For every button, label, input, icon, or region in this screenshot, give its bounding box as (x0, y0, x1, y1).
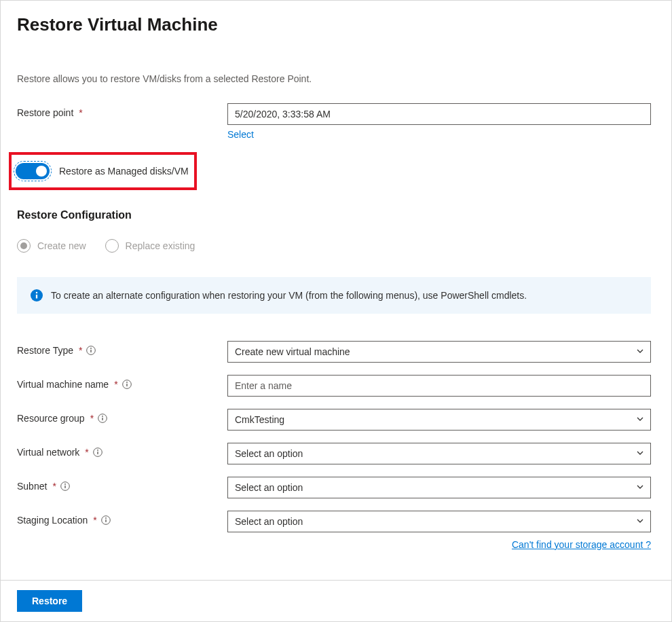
resource-group-label: Resource group (17, 413, 85, 424)
info-tooltip-icon[interactable] (60, 481, 70, 491)
svg-rect-16 (64, 486, 65, 488)
restore-point-row: Restore point* Select (17, 103, 651, 140)
page-title: Restore Virtual Machine (17, 14, 651, 35)
radio-create-new[interactable]: Create new (17, 239, 86, 253)
select-restore-point-link[interactable]: Select (227, 129, 254, 140)
page-footer: Restore (1, 580, 671, 621)
virtual-network-label: Virtual network (17, 447, 79, 458)
restore-config-radio-group: Create new Replace existing (17, 239, 651, 253)
svg-point-5 (91, 348, 92, 349)
restore-type-row: Restore Type* Create new virtual machine (17, 341, 651, 363)
virtual-network-value: Select an option (235, 448, 303, 459)
toggle-thumb (36, 166, 47, 177)
svg-rect-1 (36, 295, 37, 299)
info-tooltip-icon[interactable] (86, 346, 96, 355)
managed-disks-highlight-box: Restore as Managed disks/VM (9, 152, 197, 190)
radio-replace-existing-label: Replace existing (126, 240, 195, 251)
vm-name-input[interactable] (227, 375, 651, 397)
required-indicator: * (52, 481, 56, 492)
radio-replace-existing[interactable]: Replace existing (105, 239, 195, 253)
staging-location-label: Staging Location (17, 515, 88, 526)
subnet-value: Select an option (235, 482, 303, 493)
svg-rect-13 (97, 452, 98, 454)
staging-location-select[interactable]: Select an option (227, 511, 651, 532)
resource-group-select[interactable]: CmkTesting (227, 409, 651, 431)
cant-find-storage-link[interactable]: Can't find your storage account ? (512, 539, 651, 550)
restore-type-value: Create new virtual machine (235, 346, 350, 357)
virtual-network-select[interactable]: Select an option (227, 443, 651, 464)
subnet-row: Subnet* Select an option (17, 477, 651, 498)
svg-rect-19 (105, 519, 106, 522)
info-banner: To create an alternate configuration whe… (17, 277, 651, 314)
info-tooltip-icon[interactable] (93, 447, 102, 457)
svg-point-17 (64, 483, 66, 485)
svg-rect-4 (91, 350, 92, 352)
managed-disks-toggle-label: Restore as Managed disks/VM (59, 166, 189, 177)
virtual-network-row: Virtual network* Select an option (17, 443, 651, 464)
info-banner-text: To create an alternate configuration whe… (51, 290, 527, 301)
restore-button[interactable]: Restore (17, 590, 82, 612)
resource-group-row: Resource group* CmkTesting (17, 409, 651, 431)
info-icon (31, 289, 43, 301)
svg-point-8 (126, 382, 128, 383)
radio-circle-icon (17, 239, 31, 253)
required-indicator: * (79, 345, 82, 356)
restore-point-label: Restore point (17, 107, 73, 118)
required-indicator: * (90, 413, 94, 424)
svg-rect-7 (126, 384, 127, 386)
page-description: Restore allows you to restore VM/disks f… (17, 73, 651, 84)
restore-point-input[interactable] (227, 103, 651, 125)
svg-point-2 (36, 292, 37, 293)
info-tooltip-icon[interactable] (122, 380, 132, 389)
required-indicator: * (85, 447, 88, 458)
restore-type-label: Restore Type (17, 345, 73, 356)
subnet-label: Subnet (17, 481, 47, 492)
required-indicator: * (79, 107, 82, 118)
svg-rect-10 (102, 418, 102, 420)
staging-location-value: Select an option (235, 516, 303, 527)
info-tooltip-icon[interactable] (98, 414, 107, 423)
svg-point-20 (105, 517, 107, 519)
svg-point-14 (97, 450, 98, 451)
radio-dot-icon (20, 242, 27, 249)
required-indicator: * (114, 379, 117, 390)
subnet-select[interactable]: Select an option (227, 477, 651, 498)
staging-location-row: Staging Location* Select an option (17, 511, 651, 550)
managed-disks-toggle[interactable] (16, 163, 50, 179)
resource-group-value: CmkTesting (235, 414, 284, 425)
restore-configuration-heading: Restore Configuration (17, 209, 651, 221)
vm-name-label: Virtual machine name (17, 379, 109, 390)
vm-name-row: Virtual machine name* (17, 375, 651, 397)
radio-create-new-label: Create new (37, 240, 86, 251)
restore-type-select[interactable]: Create new virtual machine (227, 341, 651, 363)
radio-circle-icon (105, 239, 119, 253)
info-tooltip-icon[interactable] (101, 515, 111, 525)
svg-point-11 (102, 416, 103, 417)
required-indicator: * (93, 515, 96, 526)
